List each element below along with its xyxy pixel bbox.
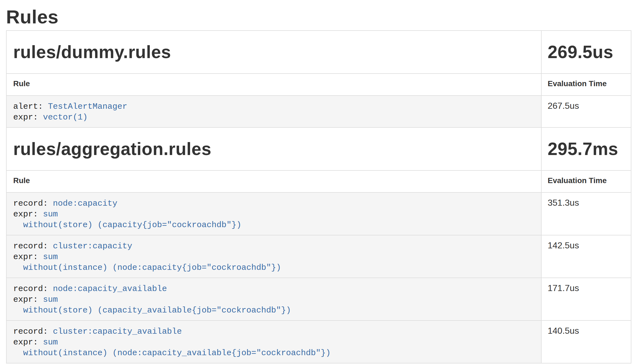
rule-expr-label: expr:	[13, 295, 38, 304]
rule-name-link[interactable]: TestAlertManager	[48, 102, 127, 111]
rule-group-header-row: rules/aggregation.rules 295.7ms	[6, 127, 631, 170]
rule-kind-label: record:	[13, 284, 48, 294]
rule-expr-label: expr:	[13, 252, 38, 262]
rule-expr-link[interactable]: vector(1)	[43, 113, 88, 122]
rule-kind-label: record:	[13, 241, 48, 251]
rule-evaluation-time: 140.5us	[541, 320, 631, 363]
rule-definition-cell: alert:TestAlertManagerexpr:vector(1)	[6, 96, 541, 127]
rule-evaluation-time: 351.3us	[541, 192, 631, 235]
rule-definition-cell: record:node:capacity_availableexpr:sum w…	[6, 278, 541, 320]
rule-code: record:cluster:capacityexpr:sum without(…	[13, 241, 541, 273]
rule-kind-label: record:	[13, 327, 48, 336]
rules-page: Rules rules/dummy.rules 269.5us Rule Eva…	[0, 0, 638, 364]
rule-column-header: Rule	[6, 74, 541, 96]
rule-name-link[interactable]: node:capacity_available	[53, 284, 167, 294]
rule-kind-label: record:	[13, 199, 48, 208]
rule-kind-label: alert:	[13, 102, 43, 111]
rule-group-evaluation-time: 295.7ms	[541, 127, 631, 170]
page-title: Rules	[6, 7, 638, 27]
rule-name-link[interactable]: cluster:capacity	[53, 241, 132, 251]
rule-code: record:cluster:capacity_availableexpr:su…	[13, 326, 541, 358]
rule-name-link[interactable]: cluster:capacity_available	[53, 327, 182, 336]
rule-definition-cell: record:cluster:capacity_availableexpr:su…	[6, 320, 541, 363]
rule-row: record:cluster:capacityexpr:sum without(…	[6, 235, 631, 278]
rule-row: record:node:capacityexpr:sum without(sto…	[6, 192, 631, 235]
rule-expr-link[interactable]: sum without(store) (capacity_available{j…	[13, 295, 291, 315]
rule-expr-link[interactable]: sum without(instance) (node:capacity{job…	[13, 252, 281, 272]
rule-group-evaluation-time: 269.5us	[541, 31, 631, 74]
rule-definition-cell: record:node:capacityexpr:sum without(sto…	[6, 192, 541, 235]
rule-row: alert:TestAlertManagerexpr:vector(1) 267…	[6, 96, 631, 127]
rule-expr-label: expr:	[13, 210, 38, 219]
rule-code: record:node:capacity_availableexpr:sum w…	[13, 284, 541, 316]
rule-definition-cell: record:cluster:capacityexpr:sum without(…	[6, 235, 541, 278]
rule-row: record:node:capacity_availableexpr:sum w…	[6, 278, 631, 320]
rule-expr-link[interactable]: sum without(store) (capacity{job="cockro…	[13, 210, 241, 230]
rule-name-link[interactable]: node:capacity	[53, 199, 117, 208]
rule-expr-link[interactable]: sum without(instance) (node:capacity_ava…	[13, 338, 331, 358]
rules-table: rules/dummy.rules 269.5us Rule Evaluatio…	[6, 30, 631, 363]
rule-group-file: rules/aggregation.rules	[6, 127, 541, 170]
column-header-row: Rule Evaluation Time	[6, 170, 631, 192]
evaluation-time-column-header: Evaluation Time	[541, 74, 631, 96]
rule-group-header-row: rules/dummy.rules 269.5us	[6, 31, 631, 74]
rule-row: record:cluster:capacity_availableexpr:su…	[6, 320, 631, 363]
rule-evaluation-time: 267.5us	[541, 96, 631, 127]
evaluation-time-column-header: Evaluation Time	[541, 170, 631, 192]
rule-expr-label: expr:	[13, 338, 38, 347]
column-header-row: Rule Evaluation Time	[6, 74, 631, 96]
rule-group-file: rules/dummy.rules	[6, 31, 541, 74]
rule-code: record:node:capacityexpr:sum without(sto…	[13, 198, 541, 230]
rule-code: alert:TestAlertManagerexpr:vector(1)	[13, 101, 541, 123]
rule-column-header: Rule	[6, 170, 541, 192]
rule-evaluation-time: 142.5us	[541, 235, 631, 278]
rule-evaluation-time: 171.7us	[541, 278, 631, 320]
rule-expr-label: expr:	[13, 113, 38, 122]
